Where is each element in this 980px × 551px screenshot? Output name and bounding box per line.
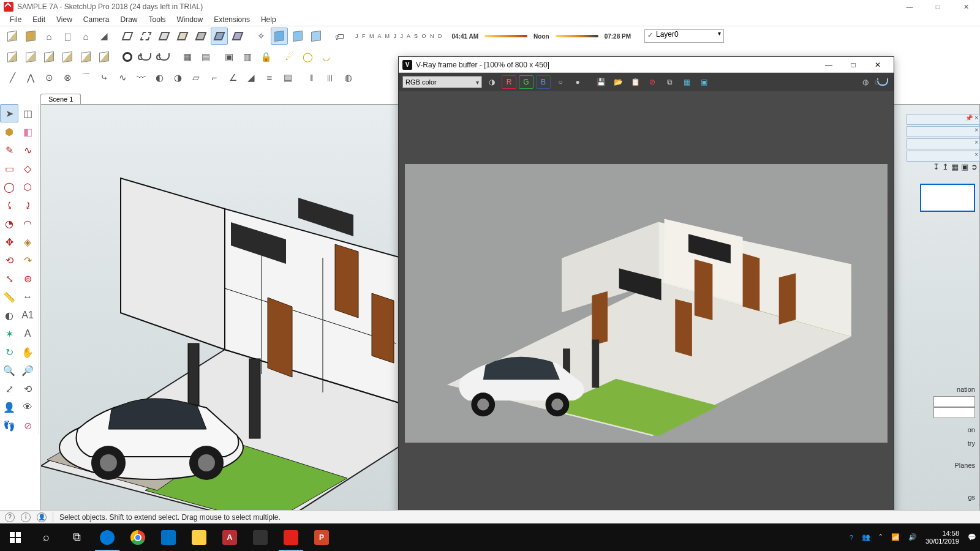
light-omni-icon[interactable]: ☄ xyxy=(281,48,298,66)
vray-interactive-icon[interactable] xyxy=(156,48,173,66)
vray-viewport-icon[interactable]: ▦ xyxy=(179,48,196,66)
paint-icon[interactable]: ⬢ xyxy=(0,122,18,141)
comp-save-icon[interactable] xyxy=(59,48,76,66)
style-hidden-icon[interactable] xyxy=(137,28,154,45)
roof-icon[interactable]: ◢ xyxy=(96,28,113,45)
search-button[interactable]: ⌕ xyxy=(31,523,61,551)
arc3-icon[interactable]: ⤸ xyxy=(18,196,37,214)
fb-alpha-icon[interactable]: ○ xyxy=(553,75,568,89)
followme-icon[interactable]: ↷ xyxy=(18,251,37,269)
tray-wifi-icon[interactable]: 📶 xyxy=(891,533,900,541)
circle-tool-icon[interactable]: ◯ xyxy=(0,178,18,196)
menu-view[interactable]: View xyxy=(51,14,77,25)
view-top-icon[interactable] xyxy=(271,28,288,45)
style-back-icon[interactable] xyxy=(229,28,246,45)
fb-copy-icon[interactable]: 📋 xyxy=(628,75,643,89)
pushpull-icon[interactable]: ◈ xyxy=(18,233,37,251)
tray-close-3[interactable]: × xyxy=(907,151,980,162)
move-icon[interactable]: ✥ xyxy=(0,233,18,251)
style-mono-icon[interactable] xyxy=(192,28,209,45)
shadow-slider[interactable] xyxy=(484,35,527,37)
edge-app[interactable] xyxy=(92,523,123,551)
lasso-icon[interactable]: ◫ xyxy=(18,104,37,122)
fb-channel-dropdown[interactable]: RGB color xyxy=(402,76,482,88)
text-icon[interactable]: A1 xyxy=(18,306,37,324)
style-xray-icon[interactable] xyxy=(211,28,228,45)
zoom-window-icon[interactable]: 🔎 xyxy=(18,361,37,380)
powerpoint-app[interactable]: P xyxy=(306,523,337,551)
tray-chevron-icon[interactable]: ˄ xyxy=(879,533,883,541)
fb-link-icon[interactable]: ⧉ xyxy=(662,75,677,89)
fb-titlebar[interactable]: V V-Ray frame buffer - [100% of 800 x 45… xyxy=(399,57,894,73)
style-tex-icon[interactable] xyxy=(174,28,191,45)
fb-minimize-button[interactable]: — xyxy=(816,57,841,73)
fb-teapot-icon[interactable] xyxy=(875,75,890,89)
weld-icon[interactable]: ⊗ xyxy=(59,69,76,86)
angle-icon[interactable]: ∠ xyxy=(224,69,241,86)
house-icon[interactable]: ⌂ xyxy=(77,28,94,45)
array-radial-icon[interactable]: ⫼ xyxy=(321,69,338,86)
vray-render-icon[interactable] xyxy=(137,48,154,66)
frag-input-1[interactable] xyxy=(933,396,975,407)
fb-track-icon[interactable]: ▣ xyxy=(696,75,711,89)
fillet-icon[interactable]: ⌒ xyxy=(77,69,94,86)
menu-help[interactable]: Help xyxy=(256,14,281,25)
autocad-app[interactable]: A xyxy=(214,523,245,551)
menu-tools[interactable]: Tools xyxy=(144,14,171,25)
fb-clear-icon[interactable]: ⊘ xyxy=(645,75,660,89)
arc-tool-icon[interactable]: ⤷ xyxy=(96,69,113,86)
rect-icon[interactable]: ▭ xyxy=(0,159,18,178)
array-icon[interactable]: ⫴ xyxy=(303,69,320,86)
menu-file[interactable]: File xyxy=(5,14,26,25)
loft-icon[interactable]: ◑ xyxy=(169,69,186,86)
view-front-icon[interactable] xyxy=(289,28,306,45)
curve-icon[interactable]: ∿ xyxy=(114,69,131,86)
frag-input-2[interactable] xyxy=(933,407,975,418)
arc2-icon[interactable]: ⤹ xyxy=(0,196,18,214)
offset-icon[interactable]: ⊚ xyxy=(18,269,37,288)
maximize-button[interactable]: □ xyxy=(924,0,952,13)
align-icon[interactable]: ↧ xyxy=(933,162,940,171)
chrome-app[interactable] xyxy=(123,523,153,551)
scale-icon[interactable]: ⤡ xyxy=(0,269,18,288)
tray-people-icon[interactable]: 👥 xyxy=(862,533,870,541)
line-icon[interactable]: ╱ xyxy=(4,69,21,86)
orbit-icon[interactable]: ↻ xyxy=(0,343,18,361)
stair-icon[interactable]: ▤ xyxy=(279,69,296,86)
menu-camera[interactable]: Camera xyxy=(78,14,115,25)
zoom-icon[interactable]: 🔍 xyxy=(0,361,18,380)
start-button[interactable] xyxy=(0,523,31,551)
vray-frame-buffer-window[interactable]: V V-Ray frame buffer - [100% of 800 x 45… xyxy=(398,56,894,525)
tray-clock[interactable]: 14:58 30/01/2019 xyxy=(925,530,959,545)
fb-globe-icon[interactable]: ◍ xyxy=(858,75,873,89)
polyline-icon[interactable]: ⋀ xyxy=(22,69,39,86)
fb-save-icon[interactable]: 💾 xyxy=(594,75,608,89)
comp-unique-icon[interactable] xyxy=(77,48,94,66)
help-icon[interactable]: ? xyxy=(5,512,15,522)
offset-tool-icon[interactable]: ⊙ xyxy=(40,69,58,86)
menu-draw[interactable]: Draw xyxy=(116,14,143,25)
vray-batch-icon[interactable]: ▥ xyxy=(239,48,256,66)
comp-replace-icon[interactable] xyxy=(96,48,113,66)
light-sphere-icon[interactable]: ◯ xyxy=(299,48,316,66)
fb-close-button[interactable]: ✕ xyxy=(865,57,890,73)
task-view-button[interactable]: ⧉ xyxy=(61,523,92,551)
fb-green-button[interactable]: G xyxy=(519,75,533,89)
eraser-icon[interactable]: ◧ xyxy=(18,122,37,141)
look-icon[interactable]: 👁 xyxy=(18,398,37,416)
3dtext-icon[interactable]: A xyxy=(18,324,37,343)
fb-mono-icon[interactable]: ● xyxy=(570,75,585,89)
select-tool-icon[interactable]: ➤ xyxy=(0,104,18,122)
menu-window[interactable]: Window xyxy=(172,14,208,25)
tray-close-2[interactable]: × xyxy=(907,138,980,149)
walk-icon[interactable]: 👣 xyxy=(0,416,18,435)
explorer-app[interactable] xyxy=(184,523,214,551)
iso-icon[interactable]: ✧ xyxy=(252,28,270,45)
pan-icon[interactable]: ✋ xyxy=(18,343,37,361)
comp-make-icon[interactable] xyxy=(4,48,21,66)
vray-fb-icon[interactable]: ▣ xyxy=(221,48,238,66)
mesh-icon[interactable]: ◍ xyxy=(339,69,356,86)
tray-close-1[interactable]: × xyxy=(907,126,980,137)
align2-icon[interactable]: ↥ xyxy=(942,162,949,171)
layer-icon[interactable]: ▣ xyxy=(961,162,968,171)
